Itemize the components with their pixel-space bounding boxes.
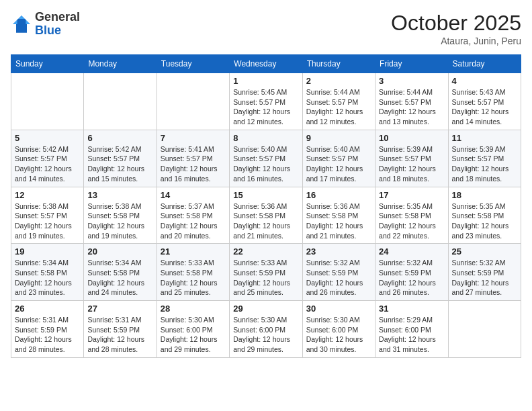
calendar-cell: 1Sunrise: 5:45 AM Sunset: 5:57 PM Daylig… xyxy=(230,73,302,130)
calendar-cell: 10Sunrise: 5:39 AM Sunset: 5:57 PM Dayli… xyxy=(375,130,448,187)
day-info: Sunrise: 5:36 AM Sunset: 5:58 PM Dayligh… xyxy=(233,201,298,241)
calendar-cell: 2Sunrise: 5:44 AM Sunset: 5:57 PM Daylig… xyxy=(302,73,375,130)
day-info: Sunrise: 5:31 AM Sunset: 5:59 PM Dayligh… xyxy=(87,315,152,355)
day-info: Sunrise: 5:41 AM Sunset: 5:57 PM Dayligh… xyxy=(161,144,226,184)
day-number: 18 xyxy=(452,190,517,200)
day-number: 25 xyxy=(452,246,517,257)
day-info: Sunrise: 5:39 AM Sunset: 5:57 PM Dayligh… xyxy=(452,144,517,184)
day-info: Sunrise: 5:35 AM Sunset: 5:58 PM Dayligh… xyxy=(452,201,517,241)
day-number: 2 xyxy=(306,76,371,86)
calendar-cell xyxy=(157,73,229,130)
calendar-cell: 7Sunrise: 5:41 AM Sunset: 5:57 PM Daylig… xyxy=(157,130,229,187)
day-info: Sunrise: 5:33 AM Sunset: 5:58 PM Dayligh… xyxy=(161,258,226,298)
day-info: Sunrise: 5:42 AM Sunset: 5:57 PM Dayligh… xyxy=(15,144,80,184)
day-number: 22 xyxy=(233,246,298,257)
day-number: 27 xyxy=(87,304,152,314)
weekday-header-wednesday: Wednesday xyxy=(230,55,302,73)
calendar-cell: 27Sunrise: 5:31 AM Sunset: 5:59 PM Dayli… xyxy=(84,301,157,358)
calendar-cell: 14Sunrise: 5:37 AM Sunset: 5:58 PM Dayli… xyxy=(157,187,229,244)
calendar-table: SundayMondayTuesdayWednesdayThursdayFrid… xyxy=(11,54,521,358)
day-number: 3 xyxy=(379,76,444,86)
day-info: Sunrise: 5:39 AM Sunset: 5:57 PM Dayligh… xyxy=(379,144,444,184)
logo-general: General xyxy=(35,10,80,24)
weekday-header-saturday: Saturday xyxy=(448,55,521,73)
day-number: 5 xyxy=(15,133,80,143)
logo-blue: Blue xyxy=(35,24,61,37)
calendar-cell: 3Sunrise: 5:44 AM Sunset: 5:57 PM Daylig… xyxy=(375,73,448,130)
day-number: 15 xyxy=(233,190,298,200)
calendar-cell xyxy=(448,301,521,358)
weekday-header-sunday: Sunday xyxy=(11,55,84,73)
day-info: Sunrise: 5:38 AM Sunset: 5:58 PM Dayligh… xyxy=(87,201,152,241)
day-number: 21 xyxy=(161,246,226,257)
day-info: Sunrise: 5:37 AM Sunset: 5:58 PM Dayligh… xyxy=(161,201,226,241)
logo-icon xyxy=(11,13,32,35)
day-info: Sunrise: 5:45 AM Sunset: 5:57 PM Dayligh… xyxy=(233,87,298,127)
day-number: 14 xyxy=(161,190,226,200)
weekday-header-tuesday: Tuesday xyxy=(157,55,229,73)
month-title: October 2025 xyxy=(391,11,521,36)
weekday-header-thursday: Thursday xyxy=(302,55,375,73)
day-number: 6 xyxy=(87,133,152,143)
day-number: 11 xyxy=(452,133,517,143)
day-info: Sunrise: 5:33 AM Sunset: 5:59 PM Dayligh… xyxy=(233,258,298,298)
day-number: 29 xyxy=(233,304,298,314)
day-number: 10 xyxy=(379,133,444,143)
day-number: 28 xyxy=(161,304,226,314)
day-number: 19 xyxy=(15,246,80,257)
day-info: Sunrise: 5:38 AM Sunset: 5:57 PM Dayligh… xyxy=(15,201,80,241)
day-number: 7 xyxy=(161,133,226,143)
day-number: 20 xyxy=(87,246,152,257)
day-number: 16 xyxy=(306,190,371,200)
calendar-cell: 31Sunrise: 5:29 AM Sunset: 6:00 PM Dayli… xyxy=(375,301,448,358)
day-info: Sunrise: 5:30 AM Sunset: 6:00 PM Dayligh… xyxy=(233,315,298,355)
day-info: Sunrise: 5:32 AM Sunset: 5:59 PM Dayligh… xyxy=(379,258,444,298)
calendar-cell: 4Sunrise: 5:43 AM Sunset: 5:57 PM Daylig… xyxy=(448,73,521,130)
day-info: Sunrise: 5:30 AM Sunset: 6:00 PM Dayligh… xyxy=(306,315,371,355)
calendar-week-row: 1Sunrise: 5:45 AM Sunset: 5:57 PM Daylig… xyxy=(11,73,521,130)
calendar-cell: 30Sunrise: 5:30 AM Sunset: 6:00 PM Dayli… xyxy=(302,301,375,358)
day-info: Sunrise: 5:40 AM Sunset: 5:57 PM Dayligh… xyxy=(306,144,371,184)
day-info: Sunrise: 5:29 AM Sunset: 6:00 PM Dayligh… xyxy=(379,315,444,355)
day-number: 17 xyxy=(379,190,444,200)
location: Ataura, Junin, Peru xyxy=(391,36,521,46)
calendar-cell: 18Sunrise: 5:35 AM Sunset: 5:58 PM Dayli… xyxy=(448,187,521,244)
day-number: 1 xyxy=(233,76,298,86)
calendar-cell: 23Sunrise: 5:32 AM Sunset: 5:59 PM Dayli… xyxy=(302,244,375,301)
calendar-cell xyxy=(84,73,157,130)
day-info: Sunrise: 5:35 AM Sunset: 5:58 PM Dayligh… xyxy=(379,201,444,241)
day-info: Sunrise: 5:44 AM Sunset: 5:57 PM Dayligh… xyxy=(379,87,444,127)
day-number: 4 xyxy=(452,76,517,86)
calendar-cell xyxy=(11,73,84,130)
day-info: Sunrise: 5:44 AM Sunset: 5:57 PM Dayligh… xyxy=(306,87,371,127)
day-info: Sunrise: 5:36 AM Sunset: 5:58 PM Dayligh… xyxy=(306,201,371,241)
calendar-cell: 21Sunrise: 5:33 AM Sunset: 5:58 PM Dayli… xyxy=(157,244,229,301)
calendar-cell: 8Sunrise: 5:40 AM Sunset: 5:57 PM Daylig… xyxy=(230,130,302,187)
calendar-cell: 22Sunrise: 5:33 AM Sunset: 5:59 PM Dayli… xyxy=(230,244,302,301)
calendar-cell: 11Sunrise: 5:39 AM Sunset: 5:57 PM Dayli… xyxy=(448,130,521,187)
page-header: General Blue October 2025 Ataura, Junin,… xyxy=(11,11,521,46)
day-info: Sunrise: 5:34 AM Sunset: 5:58 PM Dayligh… xyxy=(15,258,80,298)
calendar-cell: 17Sunrise: 5:35 AM Sunset: 5:58 PM Dayli… xyxy=(375,187,448,244)
day-number: 12 xyxy=(15,190,80,200)
calendar-cell: 13Sunrise: 5:38 AM Sunset: 5:58 PM Dayli… xyxy=(84,187,157,244)
day-info: Sunrise: 5:32 AM Sunset: 5:59 PM Dayligh… xyxy=(452,258,517,298)
logo-text: General Blue xyxy=(35,11,80,38)
calendar-cell: 25Sunrise: 5:32 AM Sunset: 5:59 PM Dayli… xyxy=(448,244,521,301)
day-number: 26 xyxy=(15,304,80,314)
calendar-cell: 20Sunrise: 5:34 AM Sunset: 5:58 PM Dayli… xyxy=(84,244,157,301)
calendar-cell: 19Sunrise: 5:34 AM Sunset: 5:58 PM Dayli… xyxy=(11,244,84,301)
calendar-cell: 24Sunrise: 5:32 AM Sunset: 5:59 PM Dayli… xyxy=(375,244,448,301)
calendar-week-row: 26Sunrise: 5:31 AM Sunset: 5:59 PM Dayli… xyxy=(11,301,521,358)
calendar-cell: 28Sunrise: 5:30 AM Sunset: 6:00 PM Dayli… xyxy=(157,301,229,358)
weekday-header-monday: Monday xyxy=(84,55,157,73)
title-block: October 2025 Ataura, Junin, Peru xyxy=(391,11,521,46)
day-info: Sunrise: 5:32 AM Sunset: 5:59 PM Dayligh… xyxy=(306,258,371,298)
calendar-cell: 15Sunrise: 5:36 AM Sunset: 5:58 PM Dayli… xyxy=(230,187,302,244)
calendar-week-row: 19Sunrise: 5:34 AM Sunset: 5:58 PM Dayli… xyxy=(11,244,521,301)
weekday-header-row: SundayMondayTuesdayWednesdayThursdayFrid… xyxy=(11,55,521,73)
calendar-week-row: 5Sunrise: 5:42 AM Sunset: 5:57 PM Daylig… xyxy=(11,130,521,187)
day-number: 31 xyxy=(379,304,444,314)
calendar-cell: 5Sunrise: 5:42 AM Sunset: 5:57 PM Daylig… xyxy=(11,130,84,187)
calendar-cell: 29Sunrise: 5:30 AM Sunset: 6:00 PM Dayli… xyxy=(230,301,302,358)
